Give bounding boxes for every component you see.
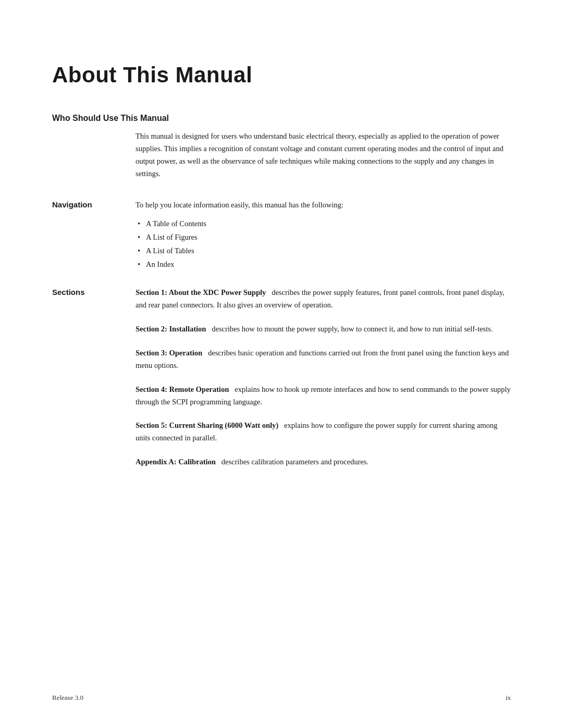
footer-page-number: ix — [506, 694, 511, 702]
navigation-block: Navigation To help you locate informatio… — [52, 199, 511, 271]
section-2-title: Section 2: Installation — [136, 325, 206, 333]
navigation-intro: To help you locate information easily, t… — [136, 199, 511, 212]
sections-block: Sections Section 1: About the XDC Power … — [52, 287, 511, 480]
section-3-title: Section 3: Operation — [136, 349, 202, 357]
section-entry-4: Section 4: Remote Operation explains how… — [136, 384, 511, 409]
section-4-title: Section 4: Remote Operation — [136, 385, 229, 393]
who-heading: Who Should Use This Manual — [52, 114, 511, 123]
list-item: A Table of Contents — [136, 217, 511, 230]
footer: Release 3.0 ix — [52, 694, 511, 702]
page: About This Manual Who Should Use This Ma… — [0, 0, 563, 728]
list-item: An Index — [136, 257, 511, 271]
appendix-title: Appendix A: Calibration — [136, 458, 216, 466]
section-1-title: Section 1: About the XDC Power Supply — [136, 288, 266, 297]
sections-content: Section 1: About the XDC Power Supply de… — [136, 287, 511, 480]
footer-release: Release 3.0 — [52, 694, 83, 702]
who-body: This manual is designed for users who un… — [136, 130, 511, 180]
section-entry-2: Section 2: Installation describes how to… — [136, 323, 511, 336]
section-entry-appendix: Appendix A: Calibration describes calibr… — [136, 456, 511, 468]
sections-label: Sections — [52, 287, 136, 480]
section-entry-5: Section 5: Current Sharing (6000 Watt on… — [136, 419, 511, 445]
section-entry-1: Section 1: About the XDC Power Supply de… — [136, 287, 511, 312]
page-title: About This Manual — [52, 63, 511, 88]
list-item: A List of Tables — [136, 244, 511, 257]
who-section: Who Should Use This Manual This manual i… — [52, 114, 511, 180]
navigation-content: To help you locate information easily, t… — [136, 199, 511, 271]
section-2-body: describes how to mount the power supply,… — [212, 325, 493, 333]
section-entry-3: Section 3: Operation describes basic ope… — [136, 347, 511, 372]
appendix-body: describes calibration parameters and pro… — [222, 458, 369, 466]
list-item: A List of Figures — [136, 230, 511, 244]
navigation-label: Navigation — [52, 199, 136, 271]
section-5-title: Section 5: Current Sharing (6000 Watt on… — [136, 421, 278, 429]
navigation-list: A Table of Contents A List of Figures A … — [136, 217, 511, 271]
